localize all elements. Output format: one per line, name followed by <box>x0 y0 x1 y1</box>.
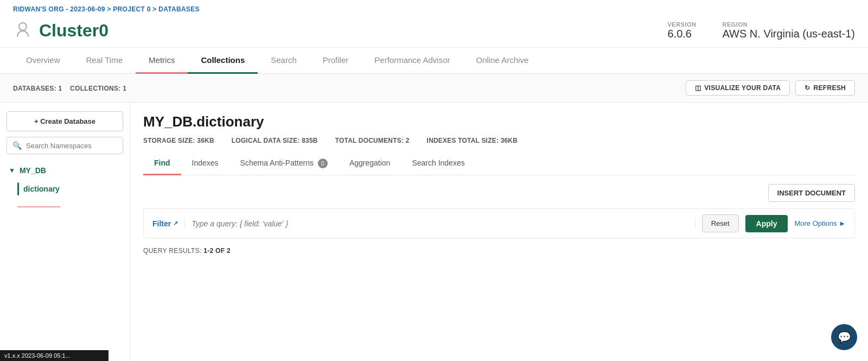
status-bar: v1.x.x 2023-06-09 05:1... <box>0 350 108 361</box>
sidebar-divider <box>17 206 61 207</box>
content-area: MY_DB.dictionary STORAGE SIZE: 36KB LOGI… <box>130 103 868 361</box>
chat-button[interactable]: 💬 <box>831 324 857 350</box>
collection-indicator <box>17 182 19 195</box>
header: Cluster0 VERSION 6.0.6 REGION AWS N. Vir… <box>0 18 868 48</box>
header-left: Cluster0 <box>13 21 108 41</box>
schema-badge: 0 <box>318 159 328 168</box>
tab-realtime[interactable]: Real Time <box>73 48 136 74</box>
external-link-icon: ↗ <box>173 220 178 227</box>
header-right: VERSION 6.0.6 REGION AWS N. Virginia (us… <box>667 21 855 40</box>
breadcrumb: RIDWAN'S ORG - 2023-06-09 > PROJECT 0 > … <box>0 0 868 18</box>
tab-collections[interactable]: Collections <box>188 48 258 74</box>
bar-chart-icon: ◫ <box>695 84 701 92</box>
filter-divider-2 <box>695 218 695 229</box>
tab-profiler[interactable]: Profiler <box>310 48 362 74</box>
total-docs-stat: TOTAL DOCUMENTS: 2 <box>335 137 410 144</box>
region-label: REGION <box>722 21 747 28</box>
visualize-button[interactable]: ◫ VISUALIZE YOUR DATA <box>686 80 790 96</box>
filter-divider <box>184 218 185 229</box>
logical-data-stat: LOGICAL DATA SIZE: 835B <box>232 137 318 144</box>
refresh-button[interactable]: ↻ REFRESH <box>795 80 855 96</box>
cluster-name: Cluster0 <box>39 21 108 41</box>
insert-document-button[interactable]: INSERT DOCUMENT <box>768 184 855 202</box>
filter-input[interactable] <box>192 219 688 228</box>
subtab-search-indexes[interactable]: Search Indexes <box>401 153 475 175</box>
storage-size-stat: STORAGE SIZE: 36KB <box>143 137 214 144</box>
version-value: 6.0.6 <box>667 28 691 40</box>
insert-doc-area: INSERT DOCUMENT <box>143 184 855 202</box>
tab-overview[interactable]: Overview <box>13 48 73 74</box>
tab-performance[interactable]: Performance Advisor <box>361 48 463 74</box>
query-results: QUERY RESULTS: 1-2 OF 2 <box>143 247 855 255</box>
search-namespaces-input[interactable] <box>26 142 117 150</box>
reset-button[interactable]: Reset <box>702 214 739 232</box>
refresh-icon: ↻ <box>805 84 810 92</box>
collection-item-dictionary[interactable]: dictionary <box>7 178 123 200</box>
stats-bar: DATABASES: 1 COLLECTIONS: 1 ◫ VISUALIZE … <box>0 74 868 103</box>
search-namespaces-wrapper[interactable]: 🔍 <box>7 137 123 154</box>
cluster-icon <box>13 21 33 41</box>
region-value: AWS N. Virginia (us-east-1) <box>722 28 855 40</box>
main-layout: + Create Database 🔍 ▼ MY_DB dictionary M… <box>0 103 868 361</box>
tab-search[interactable]: Search <box>258 48 310 74</box>
tab-archive[interactable]: Online Archive <box>463 48 542 74</box>
subtab-find[interactable]: Find <box>143 153 181 175</box>
subtab-aggregation[interactable]: Aggregation <box>339 153 401 175</box>
sub-tabs: Find Indexes Schema Anti-Patterns 0 Aggr… <box>143 153 855 175</box>
filter-label[interactable]: Filter ↗ <box>152 219 178 228</box>
sidebar: + Create Database 🔍 ▼ MY_DB dictionary <box>0 103 130 361</box>
svg-point-0 <box>19 23 27 30</box>
region-meta: REGION AWS N. Virginia (us-east-1) <box>722 21 855 40</box>
indexes-size-stat: INDEXES TOTAL SIZE: 36KB <box>427 137 518 144</box>
more-options-link[interactable]: More Options ► <box>794 219 846 227</box>
apply-button[interactable]: Apply <box>745 215 788 232</box>
nav-tabs: Overview Real Time Metrics Collections S… <box>0 48 868 74</box>
stats-buttons: ◫ VISUALIZE YOUR DATA ↻ REFRESH <box>686 80 855 96</box>
search-icon: 🔍 <box>12 141 22 150</box>
database-item-mydb[interactable]: ▼ MY_DB <box>7 163 123 178</box>
tab-metrics[interactable]: Metrics <box>136 48 188 74</box>
collection-title: MY_DB.dictionary <box>143 113 855 130</box>
version-meta: VERSION 6.0.6 <box>667 21 696 40</box>
stats-text: DATABASES: 1 COLLECTIONS: 1 <box>13 84 126 92</box>
chat-icon: 💬 <box>838 331 851 344</box>
collection-stats: STORAGE SIZE: 36KB LOGICAL DATA SIZE: 83… <box>143 137 855 144</box>
subtab-schema[interactable]: Schema Anti-Patterns 0 <box>229 153 339 175</box>
version-label: VERSION <box>667 21 696 28</box>
filter-row: Filter ↗ Reset Apply More Options ► <box>143 208 855 238</box>
subtab-indexes[interactable]: Indexes <box>181 153 229 175</box>
create-database-button[interactable]: + Create Database <box>7 111 123 131</box>
chevron-down-icon: ▼ <box>9 167 15 174</box>
